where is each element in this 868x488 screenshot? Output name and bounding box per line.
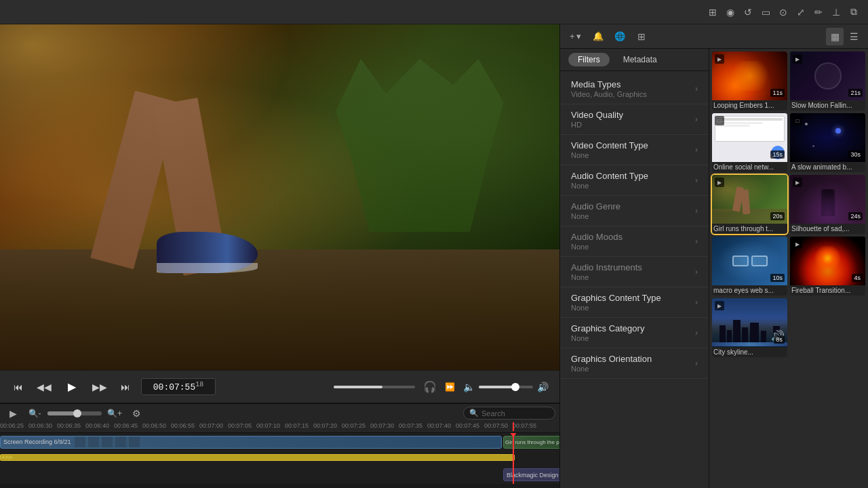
step-back-button[interactable]: ◀◀ [34,380,54,394]
media-item-5[interactable]: ▶ 20s Girl runs through t... [712,175,787,234]
audio-waveform-clip[interactable] [0,454,515,462]
filter-chevron-audio-genre: › [695,206,698,216]
volume-up-icon[interactable]: 🔊 [537,382,549,392]
ruler-label-16: 00:07:45 [456,422,479,429]
ruler-label-3: 00:06:40 [85,422,109,429]
playhead-arrow [509,433,517,437]
rewind-button[interactable]: ⏮ [11,380,26,394]
volume-control: 🔈 🔊 [463,382,549,392]
filter-item-audio-content[interactable]: Audio Content Type None › [560,165,709,196]
filter-item-graphics-content[interactable]: Graphics Content Type None › [560,287,709,318]
ruler-label-18: 00:07:55 [513,422,536,429]
filter-value-video-content: None [571,151,648,159]
track-clip-girl[interactable]: Girl runs through the park in the [503,436,559,449]
toolbar-icon-circle[interactable]: ⊙ [777,6,789,18]
timeline-zoom-out-icon[interactable]: 🔍- [26,405,43,422]
thumb-label-8: Fireball Transition... [790,285,865,296]
ruler-label-5: 00:06:50 [142,422,166,429]
toolbar-icon-expand[interactable]: ⤢ [795,6,807,18]
toolbar-icon-cut[interactable]: ⊥ [830,6,842,18]
volume-down-icon[interactable]: 🔈 [463,382,475,392]
timeline-zoom-in-icon[interactable]: 🔍+ [106,405,123,422]
top-toolbar: ⊞ ◉ ↺ ▭ ⊙ ⤢ ✏ ⊥ ⧉ [0,0,868,24]
filter-name-audio-genre: Audio Genre [571,201,620,211]
toolbar-icon-record[interactable]: ◉ [724,6,736,18]
media-item-2[interactable]: ▶ 21s Slow Motion Fallin... [790,52,865,110]
filter-value-graphics-category: None [571,334,644,342]
ruler-container: 00:06:25 00:06:30 00:06:35 00:06:40 00:0… [0,422,559,431]
timecode-display[interactable]: 00:07:5518 [141,378,216,395]
list-view-button[interactable]: ☰ [845,28,863,45]
playback-bar: ⏮ ◀◀ ▶ ▶▶ ⏭ 00:07:5518 🎧 ⏩ 🔈 🔊 [0,370,559,403]
filter-chevron-graphics-orientation: › [695,359,698,368]
ruler-label-4: 00:06:45 [114,422,138,429]
progress-bar[interactable] [334,386,415,388]
volume-slider[interactable] [479,386,533,388]
filter-item-audio-moods[interactable]: Audio Moods None › [560,226,709,257]
filter-item-graphics-category[interactable]: Graphics Category None › [560,318,709,348]
timecode-value: 00:07:55 [153,382,195,392]
grid-view-button[interactable]: ▦ [826,28,844,45]
timeline-play-icon[interactable]: ▶ [4,405,22,422]
toolbar-icon-grid[interactable]: ⊞ [707,6,719,18]
filter-item-video-content[interactable]: Video Content Type None › [560,135,709,165]
ruler-label-1: 00:06:30 [28,422,52,429]
filter-name-graphics-category: Graphics Category [571,323,644,333]
filter-name-audio-instruments: Audio Instruments [571,262,642,272]
media-item-1[interactable]: ▶ 11s Looping Embers 1... [712,52,787,110]
timeline-area: ▶ 🔍- 🔍+ ⚙ 🔍 00:06:25 00:06:30 [0,403,559,484]
play-button[interactable]: ▶ [62,378,81,396]
toolbar-icon-edit[interactable]: ✏ [812,6,825,18]
media-item-3[interactable]: f □ 15s Online social netw... [712,113,787,172]
filter-item-audio-genre[interactable]: Audio Genre None › [560,196,709,226]
progress-fill [334,386,382,388]
forward-skip-icon[interactable]: ⏩ [445,382,455,392]
filter-item-video-quality[interactable]: Video Quality HD › [560,104,709,135]
filter-value-audio-content: None [571,182,648,190]
track-clip-bmd[interactable]: Blackmagic Design [503,468,559,481]
filter-item-graphics-orientation[interactable]: Graphics Orientation None › [560,348,709,379]
grid-icon[interactable]: ⊞ [633,28,650,45]
thumb-duration-6: 24s [848,212,863,220]
headphone-icon[interactable]: 🎧 [423,380,437,393]
filter-list: Media Types Video, Audio, Graphics › Vid… [560,71,709,488]
thumb-duration-2: 21s [848,89,863,97]
tab-filters[interactable]: Filters [568,53,610,66]
filter-name-graphics-orientation: Graphics Orientation [571,354,652,364]
toolbar-icon-link[interactable]: ⧉ [848,6,860,18]
timeline-zoom-slider[interactable] [47,411,102,415]
tab-metadata[interactable]: Metadata [614,53,667,66]
media-item-4[interactable]: □ 30s A slow animated b... [790,113,865,172]
thumb-indicator-8: ▶ [793,239,802,249]
globe-icon[interactable]: 🌐 [611,28,629,45]
media-item-6[interactable]: ▶ 24s Silhouette of sad,... [790,175,865,234]
track-clip-recording[interactable]: Screen Recording 6/9/21 [0,436,502,449]
add-button[interactable]: + ▾ [566,29,585,43]
thumb-label-6: Silhouette of sad,... [790,224,865,234]
timeline-controls-bar: ▶ 🔍- 🔍+ ⚙ 🔍 [0,403,559,422]
media-item-8[interactable]: ▶ 4s Fireball Transition... [790,237,865,296]
bell-icon[interactable]: 🔔 [589,28,607,45]
timeline-search-icon: 🔍 [469,409,479,418]
toolbar-icon-display[interactable]: ▭ [760,6,772,18]
filter-item-media-types[interactable]: Media Types Video, Audio, Graphics › [560,74,709,104]
ruler-label-12: 00:07:25 [342,422,366,429]
ruler-label-2: 00:06:35 [57,422,81,429]
media-item-7[interactable]: 10s macro eyes web s... [712,237,787,296]
thumb-indicator-3: □ [715,116,724,125]
ruler-label-10: 00:07:15 [285,422,309,429]
timeline-search-input[interactable] [481,409,549,418]
filter-item-audio-instruments[interactable]: Audio Instruments None › [560,257,709,287]
view-toggle-buttons: ▦ ☰ [826,28,863,45]
add-chevron-icon: ▾ [576,31,581,41]
timeline-options-icon[interactable]: ⚙ [127,405,145,422]
filter-name-audio-moods: Audio Moods [571,232,623,242]
fast-forward-button[interactable]: ⏭ [118,380,133,394]
toolbar-icon-refresh[interactable]: ↺ [742,6,754,18]
filter-name-video-quality: Video Quality [571,110,623,120]
filter-name-audio-content: Audio Content Type [571,171,648,181]
step-forward-button[interactable]: ▶▶ [90,380,110,394]
media-item-9[interactable]: ▶ 🔊 8s City skyline... [712,298,787,357]
media-grid: ▶ 11s Looping Embers 1... ▶ 21s S [712,52,865,357]
filter-chevron-video-quality: › [695,115,698,124]
